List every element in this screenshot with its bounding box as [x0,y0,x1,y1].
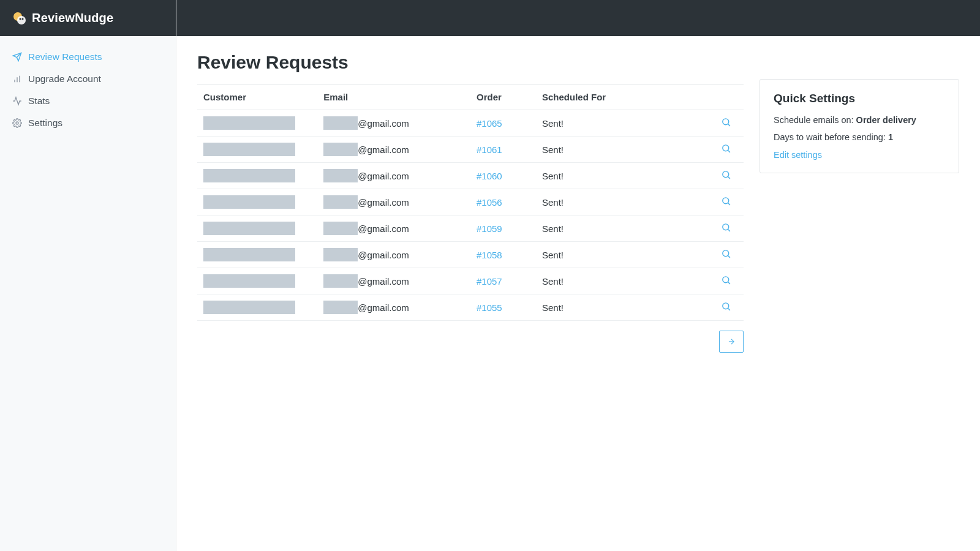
email-suffix: @gmail.com [358,302,409,313]
pager [197,321,744,362]
svg-line-19 [728,230,730,231]
search-icon [721,170,731,180]
view-details-button[interactable] [721,301,731,312]
svg-point-12 [723,145,729,151]
nav-label: Stats [28,96,50,107]
svg-line-23 [728,282,730,284]
content: Review Requests Customer Email Order Sch… [176,36,980,551]
status-text: Sent! [542,223,564,234]
search-icon [721,143,731,154]
view-details-button[interactable] [721,170,731,180]
order-link[interactable]: #1055 [477,302,502,313]
view-details-button[interactable] [721,143,731,154]
search-icon [721,249,731,259]
svg-point-2 [20,18,21,20]
view-details-button[interactable] [721,117,731,127]
quick-settings-panel: Quick Settings Schedule emails on: Order… [760,79,959,173]
edit-settings-link[interactable]: Edit settings [774,150,822,160]
email-suffix: @gmail.com [358,171,409,181]
email-suffix: @gmail.com [358,223,409,234]
email-suffix: @gmail.com [358,250,409,260]
days-label: Days to wait before sending: [774,132,888,142]
email-redacted [323,116,358,130]
table-row: @gmail.com#1055Sent! [197,294,744,321]
search-icon [721,117,731,127]
order-link[interactable]: #1056 [477,197,502,208]
gear-icon [12,118,22,128]
nav-review-requests[interactable]: Review Requests [0,46,176,68]
order-link[interactable]: #1061 [477,144,502,155]
svg-line-17 [728,203,730,205]
customer-redacted [203,195,295,209]
nav-stats[interactable]: Stats [0,90,176,112]
email-redacted [323,222,358,235]
main: Review Requests Customer Email Order Sch… [176,0,980,551]
nav-label: Settings [28,118,62,129]
svg-point-18 [723,224,729,230]
search-icon [721,196,731,206]
table-row: @gmail.com#1059Sent! [197,216,744,242]
order-link[interactable]: #1058 [477,250,502,260]
view-details-button[interactable] [721,222,731,233]
email-suffix: @gmail.com [358,276,409,287]
table-row: @gmail.com#1057Sent! [197,268,744,294]
email-suffix: @gmail.com [358,118,409,129]
order-link[interactable]: #1065 [477,118,502,129]
activity-icon [12,96,22,106]
customer-redacted [203,116,295,130]
customer-redacted [203,169,295,182]
logo-icon [12,11,27,26]
status-text: Sent! [542,276,564,287]
svg-point-14 [723,171,729,178]
svg-point-22 [723,277,729,283]
customer-redacted [203,143,295,156]
quick-settings-title: Quick Settings [774,92,945,105]
brand-name: ReviewNudge [32,11,113,25]
svg-point-1 [17,16,26,24]
order-link[interactable]: #1057 [477,276,502,287]
days-value: 1 [888,132,893,142]
svg-point-24 [723,303,729,309]
schedule-value: Order delivery [856,115,916,125]
view-details-button[interactable] [721,275,731,285]
email-redacted [323,274,358,288]
customer-redacted [203,222,295,235]
view-details-button[interactable] [721,196,731,206]
email-redacted [323,143,358,156]
svg-line-21 [728,256,730,258]
search-icon [721,275,731,285]
th-order: Order [470,84,536,110]
table-row: @gmail.com#1060Sent! [197,163,744,189]
status-text: Sent! [542,302,564,313]
nav: Review Requests Upgrade Account Stats Se… [0,36,176,144]
status-text: Sent! [542,171,564,181]
svg-line-13 [728,151,730,152]
table-row: @gmail.com#1058Sent! [197,242,744,268]
schedule-row: Schedule emails on: Order delivery [774,115,945,125]
logo-bar: ReviewNudge [0,0,176,36]
nav-settings[interactable]: Settings [0,112,176,134]
table-row: @gmail.com#1061Sent! [197,137,744,163]
arrow-right-icon [727,337,736,346]
view-details-button[interactable] [721,249,731,259]
order-link[interactable]: #1059 [477,223,502,234]
status-text: Sent! [542,118,564,129]
table-row: @gmail.com#1056Sent! [197,189,744,216]
svg-line-25 [728,309,730,310]
svg-line-15 [728,177,730,179]
send-icon [12,52,22,62]
nav-label: Review Requests [28,51,102,62]
status-text: Sent! [542,250,564,260]
order-link[interactable]: #1060 [477,171,502,181]
next-page-button[interactable] [719,331,744,353]
status-text: Sent! [542,197,564,208]
nav-upgrade-account[interactable]: Upgrade Account [0,68,176,90]
review-requests-table: Customer Email Order Scheduled For @gmai… [197,84,744,321]
customer-redacted [203,248,295,261]
customer-redacted [203,301,295,314]
svg-point-9 [16,122,18,124]
svg-point-10 [723,119,729,125]
status-text: Sent! [542,144,564,155]
email-suffix: @gmail.com [358,144,409,155]
schedule-label: Schedule emails on: [774,115,856,125]
